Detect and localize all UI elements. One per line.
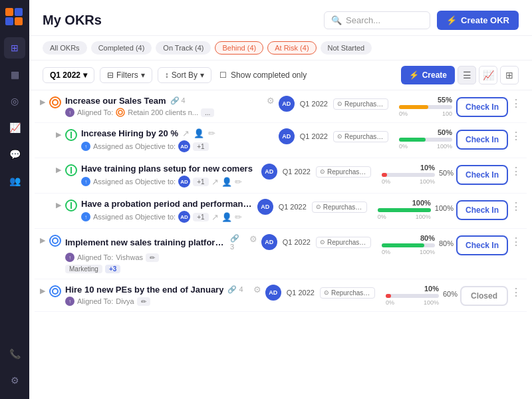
repurchase-text: Repurchase... [344,133,384,140]
sidebar-item-home[interactable]: ⊞ [4,37,25,59]
checkin-button[interactable]: Check In [456,97,508,117]
more-icon[interactable]: ⋮ [511,97,521,110]
objective-icon [49,96,61,108]
okr-meta: AD Q1 2022 ⊙ Repurchase... [279,96,388,112]
quarter-badge: Q1 2022 [279,203,307,211]
show-completed-toggle[interactable]: ☐ Show completed only [219,70,307,80]
closed-button[interactable]: Closed [460,286,508,306]
right-pct: 80% [439,239,454,247]
progress-bar [382,243,435,247]
sidebar-item-reports[interactable]: 📈 [4,117,25,138]
list-view-button[interactable]: ☰ [458,66,476,84]
settings-icon[interactable]: ⚙ [249,234,257,244]
person-add-icon[interactable]: 👤 [221,177,232,187]
settings-icon[interactable]: ⚙ [267,96,275,106]
edit-icon[interactable]: ✏ [235,177,242,187]
checkin-button[interactable]: Check In [456,200,508,220]
progress-start: 0% [386,299,394,306]
checkin-button[interactable]: Check In [456,165,508,185]
search-box[interactable]: 🔍 Search... [324,11,430,29]
filter-at-risk[interactable]: At Risk (4) [267,41,316,55]
expand-icon[interactable]: ▶ [40,98,45,106]
more-icon[interactable]: ⋮ [511,130,521,142]
target-icon [116,108,125,117]
okr-sub: ↑ Aligned To: Retain 200 clients n... ..… [65,108,263,117]
expand-icon[interactable]: ▶ [56,201,61,209]
aligned-icon: ↑ [65,297,74,306]
aligned-label: Aligned To: [77,108,113,116]
progress-area: 80% 0% 100% [375,234,435,255]
table-row: ▶ Have a probation period and performanc… [35,194,527,229]
edit-icon[interactable]: ✏ [235,212,242,222]
more-icon[interactable]: ⋮ [511,200,521,213]
filter-behind[interactable]: Behind (4) [215,41,263,55]
checkin-button[interactable]: Check In [456,130,508,150]
search-placeholder: Search... [346,15,380,25]
filter-not-started[interactable]: Not Started [321,41,372,55]
grid-view-button[interactable]: ⊞ [500,66,519,84]
progress-area: 10% 0% 100% [379,285,439,306]
sidebar-item-okrs[interactable]: ◎ [4,90,25,112]
progress-bar [378,208,431,212]
expand-icon[interactable]: ▶ [40,287,45,295]
sort-icon: ↕ [165,70,169,80]
repurchase-text: Repurchase... [323,203,363,211]
person-add-icon[interactable]: 👤 [221,212,232,222]
person-add-icon[interactable]: 👤 [194,128,204,138]
assignee-chip: +1 [193,178,208,186]
share-icon[interactable]: ↗ [211,177,219,187]
okr-title: Increase Hiring by 20 % [81,128,178,138]
chart-view-button[interactable]: 📈 [479,66,497,84]
okr-tags: Marketing +3 [65,265,245,273]
repurchase-badge: ⊙ Repurchase... [312,201,367,213]
edit-icon[interactable]: ✏ [208,128,215,138]
more-icon[interactable]: ⋮ [511,235,521,248]
checkin-button[interactable]: Check In [456,235,508,255]
filter-on-track[interactable]: On Track (4) [156,41,211,55]
progress-end: 100% [420,178,435,185]
quarter-label: Q1 2022 [50,70,80,80]
more-icon[interactable]: ⋮ [511,165,521,178]
assignee-chip: +1 [193,142,208,151]
progress-start: 0% [382,178,390,185]
sidebar-item-phone[interactable]: 📞 [4,343,25,364]
progress-labels: 0% 100% [378,213,431,220]
filter-all[interactable]: All OKRs [43,41,87,55]
share-icon[interactable]: ↗ [211,212,219,222]
progress-labels: 0% 100 [399,110,452,117]
expand-icon[interactable]: ▶ [56,130,61,139]
repurchase-text: Repurchase... [331,289,371,297]
sort-by-button[interactable]: ↕ Sort By ▾ [158,67,211,83]
assignee-avatar: AD [178,176,190,188]
progress-bar [386,294,439,298]
repurchase-badge: ⊙ Repurchase... [333,98,388,110]
progress-labels: 0% 100% [386,299,439,306]
okr-meta: AD Q1 2022 ⊙ Repurchase... [279,128,388,144]
aligned-to: Retain 200 clients n... [128,108,198,116]
okr-meta: AD Q1 2022 ⊙ Repurchase... [261,234,371,250]
expand-icon[interactable]: ▶ [56,166,61,174]
okr-content: Have training plans setup for new comers… [81,164,257,188]
assignee-avatar: AD [178,140,190,152]
more-icon[interactable]: ⋮ [511,286,521,299]
sidebar-item-settings[interactable]: ⚙ [4,370,25,391]
filters-button[interactable]: ⊟ Filters ▾ [100,67,152,83]
expand-icon[interactable]: ▶ [40,236,45,245]
filter-completed[interactable]: Completed (4) [91,41,152,55]
create-okr-button[interactable]: ⚡ Create OKR [437,11,519,30]
settings-icon[interactable]: ⚙ [253,285,261,295]
sidebar-item-team[interactable]: 👥 [4,170,25,192]
okr-meta: AD Q1 2022 ⊙ Repurchase... [257,199,367,215]
share-icon[interactable]: ↗ [182,128,190,138]
quarter-selector[interactable]: Q1 2022 ▾ [43,67,94,83]
create-button-toolbar[interactable]: ⚡ Create [401,66,455,84]
checkbox-icon: ☐ [219,70,227,80]
app-logo[interactable] [5,8,24,27]
action-icons: ⚙ [253,285,261,295]
sidebar-item-messages[interactable]: 💬 [4,144,25,165]
sidebar-item-dashboard[interactable]: ▦ [4,64,25,85]
table-row: ▶ Increase our Sales Team 🔗 4 ↑ Aligned … [35,90,527,123]
progress-fill [382,173,387,177]
okr-sub: ↑ Assigned as Objective to: AD +1 [81,140,275,152]
search-icon: 🔍 [331,15,342,25]
